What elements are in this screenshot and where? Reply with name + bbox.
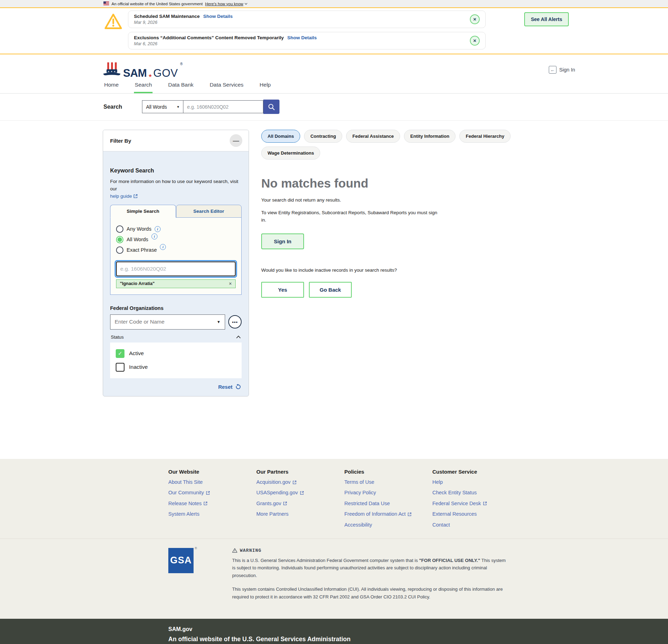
gov-banner-text: An official website of the United States… (112, 2, 203, 6)
main-content: Filter By — Keyword Search For more info… (0, 121, 668, 459)
see-all-alerts-button[interactable]: See All Alerts (524, 12, 569, 26)
footer-link-grants-gov[interactable]: Grants.gov (256, 501, 344, 507)
sign-in-required-text: To view Entity Registrations, Subcontrac… (261, 209, 438, 224)
go-back-button[interactable]: Go Back (309, 282, 352, 298)
filter-panel: Filter By — Keyword Search For more info… (103, 130, 249, 396)
footer-link-accessibility[interactable]: Accessibility (344, 522, 432, 528)
reset-filters-link[interactable]: Reset (218, 384, 232, 390)
warning-title: WARNING (232, 548, 509, 553)
search-mode-select[interactable]: All Words ▼ (142, 100, 183, 113)
search-submit-button[interactable] (263, 100, 279, 114)
footer-link-restricted-data-use[interactable]: Restricted Data Use (344, 501, 432, 507)
alert-card-exclusions: Exclusions “Additional Comments” Content… (128, 32, 486, 49)
external-link-icon (203, 501, 208, 506)
footer-link-acquisition-gov[interactable]: Acquisition.gov (256, 479, 344, 485)
pill-wage-determinations[interactable]: Wage Determinations (261, 147, 320, 160)
pill-contracting[interactable]: Contracting (304, 130, 342, 143)
footer-link-our-community[interactable]: Our Community (168, 490, 256, 496)
footer-link-external-resources[interactable]: External Resources (432, 511, 520, 517)
external-link-icon (407, 512, 412, 516)
warning-triangle-icon (103, 12, 123, 32)
footer-link-help[interactable]: Help (432, 479, 520, 485)
footer-link-about-this-site[interactable]: About This Site (168, 479, 256, 485)
show-details-link[interactable]: Show Details (203, 14, 233, 19)
footer-link-more-partners[interactable]: More Partners (256, 511, 344, 517)
pill-all-domains[interactable]: All Domains (261, 130, 300, 143)
checkbox-inactive[interactable] (116, 363, 124, 372)
alert-title: Scheduled SAM Maintenance (134, 14, 200, 19)
info-icon[interactable]: i (151, 233, 157, 239)
external-link-icon (133, 194, 138, 198)
yes-button[interactable]: Yes (261, 282, 304, 298)
radio-exact-phrase[interactable] (116, 246, 123, 254)
pill-entity-information[interactable]: Entity Information (404, 130, 456, 143)
include-inactive-question: Would you like to include inactive recor… (261, 267, 556, 273)
alert-date: Mar 9, 2026 (134, 20, 464, 25)
search-results: All Domains Contracting Federal Assistan… (261, 130, 556, 298)
nav-item-data-services[interactable]: Data Services (209, 80, 244, 93)
keyword-search-input[interactable] (116, 262, 236, 276)
footer-link-usaspending-gov[interactable]: USASpending.gov (256, 490, 344, 496)
collapse-filters-button[interactable]: — (230, 134, 242, 147)
sam-gov-logo[interactable]: ★ ★ ★ SAM★GOV® (103, 61, 183, 78)
caret-down-icon: ▼ (176, 105, 180, 109)
tab-simple-search[interactable]: Simple Search (110, 205, 176, 218)
domain-filter-pills: All Domains Contracting Federal Assistan… (261, 130, 556, 160)
info-icon[interactable]: i (155, 226, 161, 232)
external-link-icon (300, 491, 304, 495)
radio-any-words[interactable] (116, 225, 123, 233)
keyword-chip-label: "Ignacio Arratia" (120, 281, 155, 286)
footer-link-system-alerts[interactable]: System Alerts (168, 511, 256, 517)
alert-close-button[interactable]: × (470, 36, 480, 46)
radio-label-exact-phrase: Exact Phrase (127, 247, 157, 253)
sign-in-button[interactable]: Sign In (261, 233, 304, 249)
footer-link-federal-service-desk[interactable]: Federal Service Desk (432, 501, 520, 507)
warning-small-icon (232, 548, 237, 553)
checkbox-active[interactable]: ✓ (116, 349, 124, 358)
nav-item-help[interactable]: Help (259, 80, 271, 93)
footer-site-name: SAM.gov (168, 626, 668, 632)
filter-by-title: Filter By (110, 138, 131, 144)
warning-paragraph-1: This is a U.S. General Services Administ… (232, 557, 509, 579)
warning-paragraph-2: This system contains Controlled Unclassi… (232, 585, 509, 601)
federal-organizations-select[interactable]: Enter Code or Name ▼ (110, 314, 225, 330)
chevron-down-icon (244, 3, 248, 5)
pill-federal-hierarchy[interactable]: Federal Hierarchy (459, 130, 511, 143)
heres-how-you-know-link[interactable]: Here's how you know (205, 2, 248, 6)
header-sign-in-link[interactable]: ← Sign In (549, 66, 575, 74)
info-icon[interactable]: i (160, 244, 166, 250)
nav-item-data-bank[interactable]: Data Bank (167, 80, 194, 93)
footer-link-release-notes[interactable]: Release Notes (168, 501, 256, 507)
tab-search-editor[interactable]: Search Editor (176, 205, 242, 218)
footer-link-foia[interactable]: Freedom of Information Act (344, 511, 432, 517)
chip-remove-icon[interactable]: × (229, 281, 232, 286)
footer-col-heading: Our Partners (256, 469, 344, 475)
footer-link-contact[interactable]: Contact (432, 522, 520, 528)
help-guide-link[interactable]: help guide (110, 194, 138, 199)
svg-text:★: ★ (111, 70, 113, 73)
reset-icon (235, 384, 241, 390)
nav-item-search[interactable]: Search (134, 80, 153, 93)
search-strip: Search All Words ▼ (0, 94, 668, 121)
nav-item-home[interactable]: Home (103, 80, 119, 93)
sign-in-arrow-icon: ← (549, 66, 556, 74)
pill-federal-assistance[interactable]: Federal Assistance (346, 130, 400, 143)
footer-link-privacy-policy[interactable]: Privacy Policy (344, 490, 432, 496)
caret-down-icon: ▼ (217, 320, 221, 324)
radio-all-words[interactable] (116, 236, 123, 243)
footer-link-terms-of-use[interactable]: Terms of Use (344, 479, 432, 485)
status-label: Status (111, 334, 124, 340)
footer-col-heading: Our Website (168, 469, 256, 475)
alert-card-maintenance: Scheduled SAM Maintenance Show Details M… (128, 11, 486, 28)
alert-close-button[interactable]: × (470, 14, 480, 24)
radio-label-any-words: Any Words (127, 226, 151, 232)
footer-link-check-entity-status[interactable]: Check Entity Status (432, 490, 520, 496)
top-search-input[interactable] (183, 100, 263, 113)
footer-col-our-website: Our Website About This Site Our Communit… (168, 469, 256, 528)
show-details-link[interactable]: Show Details (287, 35, 317, 40)
keyword-info-text: For more information on how to use our k… (110, 178, 242, 193)
more-options-button[interactable]: ••• (228, 315, 242, 328)
status-section-toggle[interactable]: Status (111, 334, 241, 340)
footer-col-customer-service: Customer Service Help Check Entity Statu… (432, 469, 520, 528)
logo-star-icon: ★ (148, 73, 152, 78)
